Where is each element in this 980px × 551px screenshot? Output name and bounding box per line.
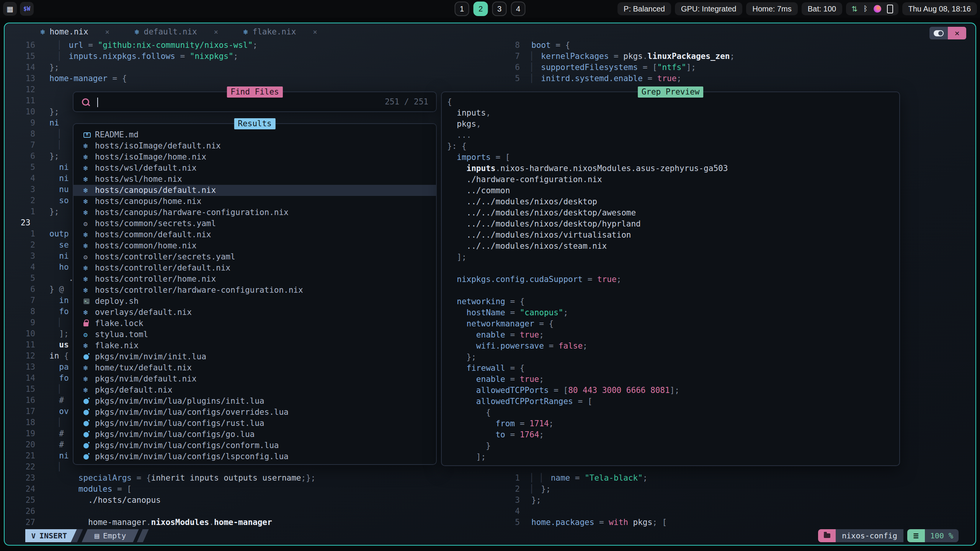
code-line[interactable]: 1▏ ▏ name = "Tela-black"; bbox=[501, 473, 735, 484]
code-line[interactable]: 6▏ supportedFilesystems = ["ntfs"]; bbox=[501, 62, 735, 73]
nix-icon bbox=[83, 197, 93, 206]
code-line[interactable]: 7▏ kernelPackages = pkgs.linuxPackages_z… bbox=[501, 51, 735, 62]
code-line[interactable]: 26 bbox=[5, 506, 315, 517]
line-number: 4 bbox=[18, 173, 35, 184]
result-item[interactable]: pkgs/nvim/nvim/lua/configs/lspconfig.lua bbox=[74, 451, 436, 462]
result-item[interactable]: hosts/canopus/hardware-configuration.nix bbox=[74, 207, 436, 218]
result-item[interactable]: deploy.sh bbox=[74, 296, 436, 307]
code-token bbox=[49, 440, 59, 449]
nix-icon bbox=[83, 375, 93, 383]
phone-icon[interactable] bbox=[887, 5, 893, 13]
result-item[interactable]: pkgs/nvim/nvim/init.lua bbox=[74, 351, 436, 362]
result-item[interactable]: hosts/canopus/default.nix bbox=[74, 185, 436, 196]
tab-default.nix[interactable]: ❄default.nix× bbox=[121, 23, 230, 40]
code-token: ni bbox=[59, 163, 69, 172]
result-item[interactable]: hosts/common/default.nix bbox=[74, 229, 436, 240]
code-token: = bbox=[643, 63, 648, 72]
network-icon[interactable]: ⇅ bbox=[851, 5, 858, 13]
code-line[interactable]: 8boot = { bbox=[501, 40, 735, 51]
result-name: pkgs/nvim/nvim/lua/configs/rust.lua bbox=[95, 418, 265, 429]
editor-window: ❄home.nix×❄default.nix×❄flake.nix× × 16 … bbox=[4, 23, 976, 546]
result-item[interactable]: hosts/controller/hardware-configuration.… bbox=[74, 285, 436, 296]
code-token bbox=[536, 473, 541, 483]
code-line[interactable]: 4 bbox=[501, 506, 735, 517]
code-token: }; bbox=[531, 496, 541, 505]
line-number: 3 bbox=[501, 495, 520, 506]
code-line[interactable]: 3}; bbox=[501, 495, 735, 506]
code-token: fo bbox=[59, 307, 69, 316]
mode-segment: V INSERT bbox=[25, 529, 77, 542]
code-token bbox=[447, 308, 467, 317]
result-item[interactable]: hosts/wsl/home.nix bbox=[74, 174, 436, 185]
result-item[interactable]: hosts/canopus/home.nix bbox=[74, 196, 436, 207]
result-item[interactable]: pkgs/nvim/nvim/lua/configs/conform.lua bbox=[74, 440, 436, 451]
result-item[interactable]: home/tux/default.nix bbox=[74, 362, 436, 373]
grep-preview-title: Grep Preview bbox=[638, 86, 704, 98]
tab-home.nix[interactable]: ❄home.nix× bbox=[27, 23, 121, 40]
tab-flake.nix[interactable]: ❄flake.nix× bbox=[230, 23, 329, 40]
result-item[interactable]: pkgs/nvim/nvim/lua/configs/overrides.lua bbox=[74, 407, 436, 418]
code-line[interactable]: 25 ./hosts/canopus bbox=[5, 495, 315, 506]
result-item[interactable]: hosts/common/home.nix bbox=[74, 240, 436, 251]
find-files-prompt[interactable]: Find Files 251 / 251 bbox=[73, 91, 437, 112]
code-line[interactable]: 14}; bbox=[5, 62, 315, 73]
workspace-button-1[interactable]: 1 bbox=[455, 2, 469, 16]
close-tab-icon[interactable]: × bbox=[313, 28, 317, 36]
code-line[interactable]: 2▏ }; bbox=[501, 484, 735, 495]
code-line[interactable]: 27 home-manager.nixosModules.home-manage… bbox=[5, 517, 315, 528]
result-item[interactable]: flake.lock bbox=[74, 318, 436, 329]
code-token: = bbox=[88, 41, 93, 50]
result-item[interactable]: pkgs/default.nix bbox=[74, 385, 436, 396]
result-item[interactable]: pkgs/nvim/nvim/lua/configs/go.lua bbox=[74, 429, 436, 440]
code-line[interactable]: 5home.packages = with pkgs; [ bbox=[501, 517, 735, 528]
close-tab-icon[interactable]: × bbox=[105, 28, 109, 36]
result-item[interactable]: hosts/controller/secrets.yaml bbox=[74, 251, 436, 262]
code-token bbox=[447, 119, 457, 129]
result-item[interactable]: hosts/isoImage/default.nix bbox=[74, 140, 436, 152]
code-text: }; bbox=[49, 151, 59, 162]
code-text: ▏ inputs.nixpkgs.follows = "nixpkgs"; bbox=[49, 51, 238, 62]
code-token: "canopus" bbox=[520, 308, 564, 317]
code-text: se bbox=[49, 240, 69, 251]
close-window-button[interactable]: × bbox=[948, 27, 966, 39]
nix-icon bbox=[83, 264, 93, 272]
bluetooth-icon[interactable]: ᛒ bbox=[863, 5, 867, 13]
result-item[interactable]: flake.nix bbox=[74, 340, 436, 351]
result-item[interactable]: stylua.toml bbox=[74, 329, 436, 340]
toggle-button[interactable] bbox=[929, 27, 948, 39]
result-item[interactable]: hosts/wsl/default.nix bbox=[74, 163, 436, 174]
code-token: pkgs bbox=[633, 518, 653, 527]
close-tab-icon[interactable]: × bbox=[214, 28, 218, 36]
code-line[interactable]: 23 specialArgs = {inherit inputs outputs… bbox=[5, 473, 315, 484]
result-item[interactable]: hosts/isoImage/home.nix bbox=[74, 152, 436, 163]
result-item[interactable]: README.md bbox=[74, 129, 436, 140]
code-line[interactable]: 15 ▏ inputs.nixpkgs.follows = "nixpkgs"; bbox=[5, 51, 315, 62]
code-token: inherit inputs outputs username bbox=[151, 473, 301, 483]
result-item[interactable]: hosts/controller/home.nix bbox=[74, 274, 436, 285]
code-token bbox=[112, 484, 117, 494]
media-icon[interactable] bbox=[874, 5, 881, 13]
code-token: ni bbox=[49, 118, 59, 127]
result-item[interactable]: overlays/default.nix bbox=[74, 307, 436, 318]
workspace-button-2[interactable]: 2 bbox=[474, 2, 488, 16]
code-token: ; bbox=[583, 341, 588, 350]
result-item[interactable]: hosts/controller/default.nix bbox=[74, 262, 436, 274]
code-line[interactable]: 13home-manager = { bbox=[5, 73, 315, 84]
line-number: 25 bbox=[18, 495, 35, 506]
app-launcher-button[interactable]: ▦ bbox=[3, 2, 17, 16]
code-text: # bbox=[49, 428, 64, 439]
code-token bbox=[505, 430, 510, 439]
workspace-button-3[interactable]: 3 bbox=[492, 2, 507, 16]
workspace-switcher-button[interactable]: $W bbox=[20, 2, 34, 16]
result-item[interactable]: pkgs/nvim/nvim/lua/configs/rust.lua bbox=[74, 418, 436, 429]
code-line[interactable]: 24 modules = [ bbox=[5, 484, 315, 495]
code-line[interactable]: 5▏ initrd.systemd.enable = true; bbox=[501, 73, 735, 84]
workspace-button-4[interactable]: 4 bbox=[511, 2, 526, 16]
result-item[interactable]: hosts/common/secrets.yaml bbox=[74, 218, 436, 229]
code-token: from bbox=[495, 419, 515, 428]
code-line[interactable]: 16 ▏ url = "github:nix-community/nixos-w… bbox=[5, 40, 315, 51]
code-text: ▏ url = "github:nix-community/nixos-wsl"… bbox=[49, 40, 258, 51]
result-item[interactable]: pkgs/nvim/nvim/lua/plugins/init.lua bbox=[74, 396, 436, 407]
grep-preview-panel: Grep Preview { inputs, pkgs, ...}: { imp… bbox=[441, 91, 900, 466]
result-item[interactable]: pkgs/nvim/default.nix bbox=[74, 373, 436, 385]
